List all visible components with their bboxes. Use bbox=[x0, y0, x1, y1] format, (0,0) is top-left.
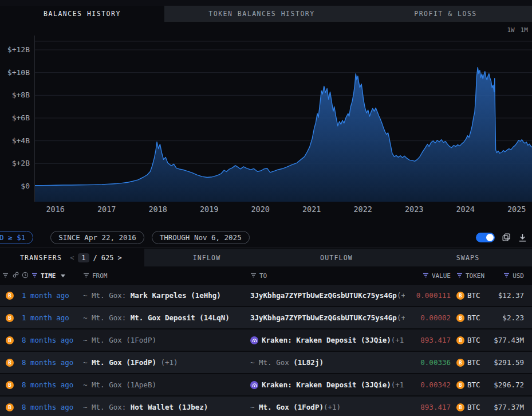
tab-outflow[interactable]: OUTFLOW bbox=[269, 249, 404, 266]
column-header-from[interactable]: FROM bbox=[92, 272, 108, 280]
tab-token-balances-history[interactable]: TOKEN BALANCES HISTORY bbox=[164, 6, 359, 22]
kraken-icon bbox=[250, 381, 258, 389]
clock-icon[interactable] bbox=[22, 272, 29, 280]
range-selector: 1W 1M bbox=[507, 26, 529, 34]
token-symbol: BTC bbox=[467, 313, 480, 322]
usd-amount: $77.37M bbox=[487, 403, 532, 411]
token-cell: BBTC bbox=[452, 403, 487, 411]
token-symbol: BTC bbox=[467, 291, 480, 300]
chevron-down-icon[interactable] bbox=[61, 274, 65, 277]
tab-balances-history[interactable]: BALANCES HISTORY bbox=[0, 6, 164, 22]
tab-transfers[interactable]: TRANSFERS < 1 / 625 > bbox=[0, 249, 144, 266]
balances-history-page: BALANCES HISTORY TOKEN BALANCES HISTORY … bbox=[0, 0, 532, 416]
kraken-icon bbox=[250, 336, 258, 344]
time-link[interactable]: 8 months ago bbox=[18, 380, 80, 389]
column-header-value[interactable]: VALUE bbox=[432, 272, 451, 280]
from-address-link[interactable]: ~ Mt. Gox: Hot Wallet (1Jbez) bbox=[80, 403, 249, 411]
from-address-link[interactable]: ~ Mt. Gox: Mt. Gox Deposit (14LqN) bbox=[80, 313, 249, 322]
tab-profit-loss[interactable]: PROFIT & LOSS bbox=[359, 6, 532, 22]
pager-next-icon[interactable]: > bbox=[118, 254, 122, 262]
time-link[interactable]: 1 month ago bbox=[18, 313, 80, 322]
x-axis-label: 2018 bbox=[148, 205, 167, 214]
usd-min-filter-pill[interactable]: USD ≥ $1 bbox=[0, 231, 33, 244]
usd-filter-icon[interactable] bbox=[503, 272, 510, 280]
section-divider bbox=[0, 248, 532, 248]
x-axis: 2016201720182019202020212022202320242025 bbox=[34, 205, 532, 216]
table-row[interactable]: B1 month ago~ Mt. Gox: Mark Karpeles (1e… bbox=[0, 285, 532, 307]
pager-prev-icon[interactable]: < bbox=[70, 254, 74, 262]
usd-amount: $12.37 bbox=[487, 291, 532, 300]
time-link[interactable]: 8 months ago bbox=[18, 336, 80, 344]
token-cell: BBTC bbox=[452, 313, 487, 322]
top-strip bbox=[0, 0, 532, 6]
pager-total-pages: 625 bbox=[101, 254, 114, 262]
btc-token-icon: B bbox=[456, 336, 464, 344]
token-filter-icon[interactable] bbox=[456, 272, 463, 280]
token-cell: BBTC bbox=[452, 380, 487, 389]
time-link[interactable]: 8 months ago bbox=[18, 403, 80, 411]
chart-plot-area[interactable] bbox=[34, 36, 532, 202]
balance-chart: $+12B$+10B$+8B$+6B$+4B$+2B$0 bbox=[0, 36, 532, 203]
table-row[interactable]: B8 months ago~ Mt. Gox (1ApeB) Kraken: K… bbox=[0, 374, 532, 397]
bitcoin-icon: B bbox=[6, 314, 14, 322]
transfer-value: 0.000111 bbox=[405, 291, 452, 300]
x-axis-label: 2016 bbox=[46, 205, 65, 214]
top-tab-bar: BALANCES HISTORY TOKEN BALANCES HISTORY … bbox=[0, 6, 532, 22]
column-header-token[interactable]: TOKEN bbox=[466, 272, 484, 280]
since-date-pill[interactable]: SINCE Apr 22, 2016 bbox=[50, 231, 144, 244]
x-axis-label: 2021 bbox=[302, 205, 321, 214]
table-row[interactable]: B8 months ago~ Mt. Gox: Hot Wallet (1Jbe… bbox=[0, 397, 532, 416]
through-date-pill[interactable]: THROUGH Nov 6, 2025 bbox=[152, 231, 250, 244]
usd-amount: $2.23 bbox=[487, 313, 532, 322]
copy-icon[interactable] bbox=[502, 233, 511, 242]
chart-toggle-switch[interactable] bbox=[476, 233, 495, 242]
from-address-link[interactable]: ~ Mt. Gox (1FodP) bbox=[80, 336, 249, 344]
token-cell: BBTC bbox=[452, 358, 487, 367]
pager-current-page: 1 bbox=[78, 253, 89, 262]
tab-swaps[interactable]: SWAPS bbox=[404, 249, 532, 266]
y-axis-label: $+4B bbox=[0, 136, 30, 145]
to-address-link[interactable]: Kraken: Kraken Deposit (3JQie)(+1) bbox=[249, 380, 405, 389]
bitcoin-icon: B bbox=[6, 381, 14, 389]
x-axis-label: 2019 bbox=[200, 205, 219, 214]
time-link[interactable]: 8 months ago bbox=[18, 358, 80, 367]
table-row[interactable]: B8 months ago~ Mt. Gox (1FodP) (+1)~ Mt.… bbox=[0, 352, 532, 374]
to-address-link[interactable]: ~ Mt. Gox (1L82j) bbox=[249, 358, 405, 367]
time-link[interactable]: 1 month ago bbox=[18, 291, 80, 300]
column-header-to[interactable]: TO bbox=[259, 272, 267, 280]
download-icon[interactable] bbox=[518, 233, 527, 242]
token-symbol: BTC bbox=[467, 403, 480, 411]
x-axis-label: 2024 bbox=[456, 205, 475, 214]
x-axis-label: 2020 bbox=[251, 205, 270, 214]
from-address-link[interactable]: ~ Mt. Gox (1FodP) (+1) bbox=[80, 358, 249, 367]
filter-icon[interactable] bbox=[2, 272, 9, 280]
y-axis-label: $+6B bbox=[0, 113, 30, 122]
column-header-time[interactable]: TIME bbox=[41, 272, 56, 280]
from-filter-icon[interactable] bbox=[83, 272, 89, 280]
table-row[interactable]: B1 month ago~ Mt. Gox: Mt. Gox Deposit (… bbox=[0, 307, 532, 329]
time-filter-icon[interactable] bbox=[31, 272, 38, 280]
transfers-label: TRANSFERS bbox=[20, 254, 62, 262]
token-cell: BBTC bbox=[452, 336, 487, 344]
bitcoin-icon: B bbox=[6, 403, 14, 411]
from-address-link[interactable]: ~ Mt. Gox (1ApeB) bbox=[80, 380, 249, 389]
from-address-link[interactable]: ~ Mt. Gox: Mark Karpeles (1eHhg) bbox=[80, 291, 249, 300]
value-filter-icon[interactable] bbox=[423, 272, 429, 280]
to-address-link[interactable]: Kraken: Kraken Deposit (3JQie)(+1) bbox=[249, 336, 405, 344]
column-header-usd[interactable]: USD bbox=[513, 272, 524, 280]
range-1w-button[interactable]: 1W bbox=[507, 26, 515, 34]
transfer-value: 893.417 bbox=[405, 403, 452, 411]
token-cell: BBTC bbox=[452, 291, 487, 300]
area-chart-svg[interactable] bbox=[35, 36, 532, 202]
tab-inflow[interactable]: INFLOW bbox=[144, 249, 269, 266]
usd-amount: $77.43M bbox=[487, 336, 532, 344]
chart-area-fill bbox=[35, 68, 532, 202]
chart-filter-row: USD ≥ $1 SINCE Apr 22, 2016 THROUGH Nov … bbox=[0, 229, 532, 246]
to-address-link[interactable]: 3JyKbhga7ZYPTbUwEzQGsbUTUKc75ys4Gp(+1) bbox=[249, 313, 405, 322]
table-row[interactable]: B8 months ago~ Mt. Gox (1FodP) Kraken: K… bbox=[0, 329, 532, 352]
range-1m-button[interactable]: 1M bbox=[521, 26, 528, 34]
to-address-link[interactable]: 3JyKbhga7ZYPTbUwEzQGsbUTUKc75ys4Gp(+1) bbox=[249, 291, 405, 300]
bitcoin-icon: B bbox=[6, 292, 14, 300]
to-filter-icon[interactable] bbox=[250, 272, 257, 280]
to-address-link[interactable]: ~ Mt. Gox (1FodP)(+1) bbox=[249, 403, 405, 411]
